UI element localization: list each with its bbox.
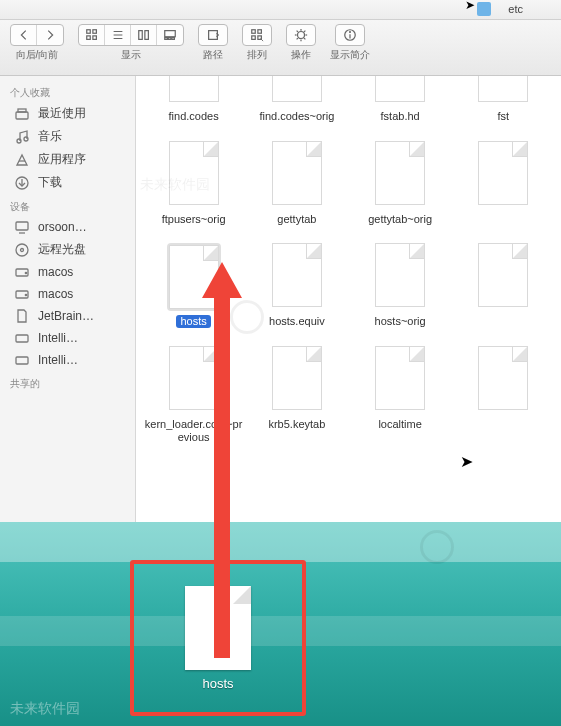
action-button[interactable]	[286, 24, 316, 46]
watermark-icon	[420, 530, 454, 564]
disc-icon	[14, 242, 30, 258]
info-label: 显示简介	[330, 48, 370, 62]
file-item[interactable]	[452, 243, 555, 328]
info-button[interactable]	[335, 24, 365, 46]
view-gallery-button[interactable]	[157, 25, 183, 45]
path-button[interactable]	[198, 24, 228, 46]
nav-label: 向后/向前	[16, 48, 59, 62]
svg-line-26	[304, 31, 305, 32]
file-name: gettytab~orig	[368, 213, 432, 226]
path-label: 路径	[203, 48, 223, 62]
desktop-file-icon[interactable]	[185, 586, 251, 670]
sidebar-item-apps[interactable]: 应用程序	[0, 148, 135, 171]
sidebar-item-remote-disc[interactable]: 远程光盘	[0, 238, 135, 261]
svg-line-25	[297, 38, 298, 39]
drive-icon	[14, 330, 30, 346]
sidebar-item-downloads[interactable]: 下载	[0, 171, 135, 194]
file-name: fstab.hd	[381, 110, 420, 123]
svg-rect-16	[252, 36, 256, 40]
sidebar-item-intelli-2[interactable]: Intelli…	[0, 349, 135, 371]
apps-icon	[14, 152, 30, 168]
file-name: localtime	[378, 418, 421, 431]
sidebar-item-music[interactable]: 音乐	[0, 125, 135, 148]
sidebar-header-favorites: 个人收藏	[0, 80, 135, 102]
file-item[interactable]	[452, 141, 555, 226]
action-label: 操作	[291, 48, 311, 62]
view-label: 显示	[121, 48, 141, 62]
sidebar-item-label: 远程光盘	[38, 241, 86, 258]
back-button[interactable]	[11, 25, 37, 45]
file-item[interactable]: fst	[452, 76, 555, 123]
folder-proxy-icon[interactable]	[477, 2, 491, 16]
file-name: ftpusers~orig	[162, 213, 226, 226]
downloads-icon	[14, 175, 30, 191]
file-item[interactable]: hosts~orig	[349, 243, 452, 328]
svg-rect-31	[18, 109, 26, 112]
titlebar[interactable]: ➤ etc	[0, 0, 561, 20]
svg-rect-1	[92, 30, 96, 34]
file-item[interactable]	[452, 346, 555, 443]
file-item[interactable]: localtime	[349, 346, 452, 443]
file-item[interactable]: gettytab~orig	[349, 141, 452, 226]
path-group: 路径	[198, 24, 228, 62]
sidebar-header-devices: 设备	[0, 194, 135, 216]
sidebar-item-jetbrain[interactable]: JetBrain…	[0, 305, 135, 327]
svg-rect-14	[252, 30, 256, 34]
all-files-icon	[14, 106, 30, 122]
sidebar-item-label: Intelli…	[38, 353, 78, 367]
svg-rect-10	[165, 38, 168, 40]
svg-point-40	[21, 248, 24, 251]
cursor-icon: ➤	[465, 0, 475, 12]
file-item[interactable]: gettytab	[245, 141, 348, 226]
sidebar-item-drive-2[interactable]: macos	[0, 283, 135, 305]
sidebar-item-label: 下载	[38, 174, 62, 191]
forward-button[interactable]	[37, 25, 63, 45]
svg-point-33	[24, 137, 28, 141]
computer-icon	[14, 219, 30, 235]
sidebar-item-label: orsoon…	[38, 220, 87, 234]
info-group: 显示简介	[330, 24, 370, 62]
view-list-button[interactable]	[105, 25, 131, 45]
svg-line-23	[297, 31, 298, 32]
file-item[interactable]: krb5.keytab	[245, 346, 348, 443]
svg-point-42	[25, 272, 26, 273]
svg-rect-8	[144, 31, 148, 40]
svg-rect-15	[258, 30, 262, 34]
cursor-icon: ➤	[460, 452, 473, 471]
file-item[interactable]: ftpusers~orig	[142, 141, 245, 226]
file-item[interactable]: fstab.hd	[349, 76, 452, 123]
file-item[interactable]: find.codes	[142, 76, 245, 123]
svg-rect-0	[86, 30, 90, 34]
watermark-icon	[230, 300, 264, 334]
sidebar-item-label: 最近使用	[38, 105, 86, 122]
svg-rect-2	[86, 36, 90, 40]
view-icons-button[interactable]	[79, 25, 105, 45]
file-name: fst	[498, 110, 510, 123]
svg-rect-11	[168, 38, 171, 40]
file-item[interactable]: kern_loader.conf~previous	[142, 346, 245, 443]
svg-rect-3	[92, 36, 96, 40]
sidebar-item-label: 音乐	[38, 128, 62, 145]
drive-icon	[14, 286, 30, 302]
sidebar-item-label: Intelli…	[38, 331, 78, 345]
sidebar-header-shared: 共享的	[0, 371, 135, 393]
file-name: krb5.keytab	[268, 418, 325, 431]
file-item[interactable]: find.codes~orig	[245, 76, 348, 123]
sidebar-item-intelli-1[interactable]: Intelli…	[0, 327, 135, 349]
desktop-file-name: hosts	[202, 676, 233, 691]
file-name: find.codes	[169, 110, 219, 123]
sidebar-item-computer[interactable]: orsoon…	[0, 216, 135, 238]
drive-icon	[14, 264, 30, 280]
svg-rect-13	[209, 31, 218, 40]
view-columns-button[interactable]	[131, 25, 157, 45]
view-group: 显示	[78, 24, 184, 62]
file-name: kern_loader.conf~previous	[144, 418, 244, 443]
sidebar-item-recents[interactable]: 最近使用	[0, 102, 135, 125]
svg-rect-37	[16, 222, 28, 230]
nav-group: 向后/向前	[10, 24, 64, 62]
sidebar-item-drive-1[interactable]: macos	[0, 261, 135, 283]
sidebar-item-label: 应用程序	[38, 151, 86, 168]
svg-rect-7	[138, 31, 142, 40]
arrange-button[interactable]	[242, 24, 272, 46]
svg-rect-46	[16, 357, 28, 364]
